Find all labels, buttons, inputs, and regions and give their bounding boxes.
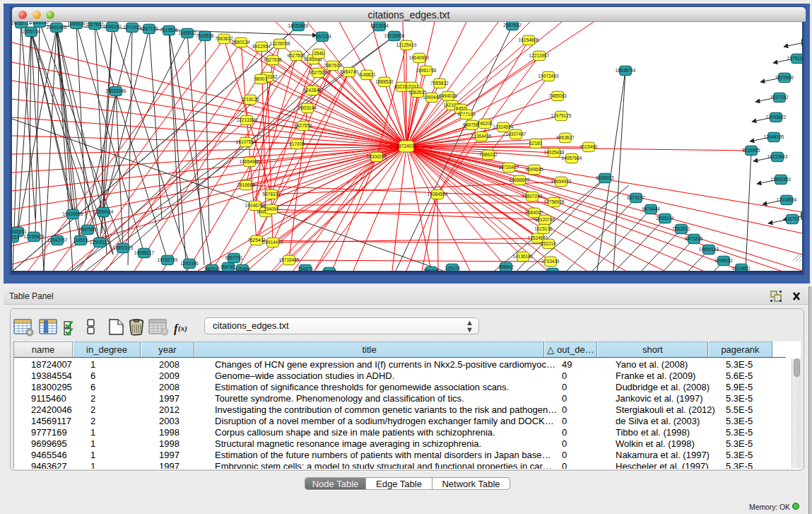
svg-text:14957684: 14957684	[562, 156, 582, 160]
svg-text:252214: 252214	[541, 241, 556, 246]
svg-text:9777169: 9777169	[457, 112, 476, 117]
svg-text:10973493: 10973493	[539, 74, 559, 78]
svg-text:9463627: 9463627	[556, 135, 575, 140]
svg-text:9699695: 9699695	[525, 167, 543, 172]
svg-text:16961758: 16961758	[416, 68, 437, 73]
svg-text:16210643: 16210643	[767, 154, 788, 159]
svg-text:16640910: 16640910	[409, 55, 430, 60]
svg-text:9227342: 9227342	[770, 95, 789, 100]
svg-text:12942757: 12942757	[47, 238, 68, 243]
svg-text:5494028: 5494028	[439, 93, 457, 98]
svg-text:10654112: 10654112	[699, 247, 719, 252]
svg-text:15692951: 15692951	[771, 177, 792, 182]
svg-text:19218506: 19218506	[384, 33, 405, 38]
svg-text:9146821: 9146821	[358, 72, 376, 77]
svg-text:7663822: 7663822	[215, 36, 233, 41]
svg-text:16107554: 16107554	[236, 139, 257, 144]
svg-text:217006: 217006	[289, 141, 305, 146]
svg-text:18300295: 18300295	[367, 154, 387, 159]
svg-text:26053346: 26053346	[106, 88, 126, 93]
svg-text:6379197: 6379197	[627, 195, 645, 200]
svg-text:14136141: 14136141	[513, 254, 534, 259]
svg-text:18807249: 18807249	[522, 194, 543, 199]
svg-text:12125419: 12125419	[396, 42, 417, 47]
svg-text:12213369: 12213369	[237, 117, 257, 122]
svg-text:1071915: 1071915	[123, 25, 141, 30]
svg-text:8427552: 8427552	[294, 123, 312, 128]
svg-text:12156829: 12156829	[24, 234, 45, 239]
svg-text:15716485: 15716485	[279, 257, 300, 262]
svg-text:10324534: 10324534	[493, 124, 514, 129]
svg-text:8912954: 8912954	[252, 44, 271, 49]
svg-text:(x): (x)	[178, 324, 187, 333]
svg-text:7515526: 7515526	[196, 33, 214, 38]
svg-text:9327508: 9327508	[264, 57, 282, 62]
svg-text:12444195: 12444195	[764, 134, 784, 139]
svg-text:12125: 12125	[801, 40, 802, 45]
svg-text:1527602: 1527602	[86, 22, 104, 27]
svg-text:16053809: 16053809	[288, 23, 309, 28]
svg-text:21364436: 21364436	[471, 134, 492, 139]
svg-text:1733426: 1733426	[541, 259, 560, 264]
svg-text:1990448: 1990448	[423, 95, 441, 100]
svg-text:12505115: 12505115	[90, 240, 110, 245]
svg-text:8813054: 8813054	[370, 23, 389, 28]
svg-text:65214: 65214	[801, 213, 802, 218]
svg-text:9684067: 9684067	[525, 210, 543, 215]
svg-text:9397585: 9397585	[78, 227, 97, 232]
svg-text:8660124: 8660124	[232, 40, 250, 45]
svg-text:7485063: 7485063	[548, 93, 567, 98]
svg-text:6466160: 6466160	[103, 24, 122, 29]
svg-text:8471626: 8471626	[685, 236, 703, 241]
svg-text:8454749: 8454749	[340, 69, 358, 74]
svg-text:16154808: 16154808	[519, 37, 539, 42]
svg-text:114519: 114519	[73, 238, 88, 243]
svg-text:13226058: 13226058	[270, 41, 290, 46]
svg-text:1292346: 1292346	[180, 261, 199, 266]
svg-text:9245052: 9245052	[714, 258, 733, 263]
svg-text:17016534: 17016534	[777, 197, 797, 202]
svg-text:14914479: 14914479	[263, 240, 283, 245]
svg-text:2718126: 2718126	[241, 97, 259, 102]
svg-text:16920655: 16920655	[63, 211, 83, 216]
svg-text:1615132: 1615132	[534, 226, 553, 231]
svg-text:16648784: 16648784	[616, 68, 636, 73]
svg-text:7515526: 7515526	[160, 28, 178, 33]
svg-text:958642: 958642	[498, 264, 514, 269]
svg-text:746206: 746206	[477, 121, 493, 126]
svg-text:2935114: 2935114	[657, 216, 674, 221]
svg-text:2055714: 2055714	[22, 29, 40, 34]
svg-text:9242848: 9242848	[303, 88, 322, 93]
svg-text:98901: 98901	[254, 76, 267, 81]
svg-text:1362615: 1362615	[408, 90, 427, 95]
svg-text:12213967: 12213967	[529, 53, 550, 58]
svg-text:1065326: 1065326	[67, 22, 86, 26]
svg-text:10307487: 10307487	[506, 132, 526, 136]
svg-text:17859924: 17859924	[93, 209, 114, 214]
svg-text:7986322: 7986322	[479, 152, 498, 157]
svg-text:17857225: 17857225	[113, 245, 134, 250]
svg-text:9474444: 9474444	[642, 206, 660, 211]
svg-text:9527506: 9527506	[287, 53, 305, 58]
svg-text:2867608: 2867608	[324, 63, 342, 68]
svg-text:12975125: 12975125	[551, 113, 572, 118]
svg-text:20691406: 20691406	[47, 25, 67, 30]
svg-text:10654985: 10654985	[240, 159, 260, 164]
svg-text:8938923: 8938923	[596, 175, 614, 180]
svg-text:12756928: 12756928	[544, 199, 565, 204]
svg-text:10958117: 10958117	[134, 250, 155, 255]
svg-text:1916685: 1916685	[237, 182, 255, 187]
svg-text:9529966: 9529966	[775, 75, 794, 80]
svg-text:15720407: 15720407	[499, 165, 519, 170]
svg-text:18724007: 18724007	[396, 144, 417, 148]
svg-text:6324851: 6324851	[732, 266, 751, 271]
svg-text:116753: 116753	[784, 216, 800, 221]
svg-text:1667135: 1667135	[140, 26, 158, 31]
svg-text:654782: 654782	[220, 264, 236, 269]
svg-text:7955812: 7955812	[430, 81, 449, 86]
svg-text:19384554: 19384554	[428, 192, 448, 197]
svg-text:2687682: 2687682	[503, 23, 522, 28]
svg-text:19654923: 19654923	[551, 179, 572, 184]
svg-text:62160: 62160	[529, 141, 542, 146]
svg-text:16782759: 16782759	[158, 257, 178, 262]
